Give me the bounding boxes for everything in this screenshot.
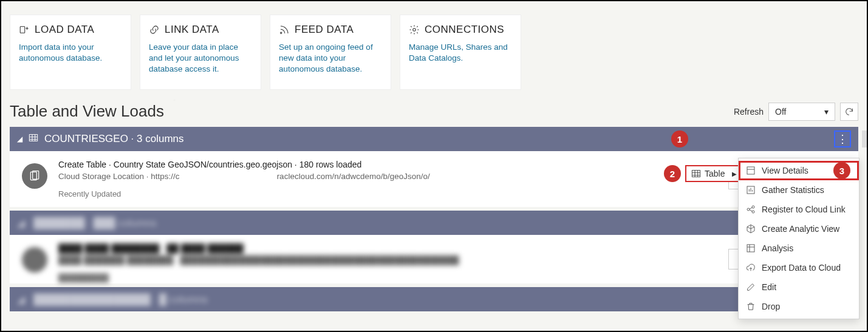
context-menu: View Details Gather Statistics Register … (738, 158, 859, 319)
connections-icon (409, 24, 420, 35)
load-bar-countriesgeo[interactable]: ◢ COUNTRIESGEO · 3 columns ⋮ ▲ (10, 127, 858, 151)
card-desc: Set up an ongoing feed of new data into … (279, 42, 382, 75)
callout-3: 3 (833, 162, 850, 179)
card-load-data[interactable]: LOAD DATA Import data into your autonomo… (10, 15, 131, 90)
load-type-icon (22, 163, 47, 189)
card-title: CONNECTIONS (425, 24, 504, 36)
section-header: Table and View Loads Refresh Off ▾ (1, 96, 867, 127)
ctx-drop[interactable]: Drop (739, 297, 859, 316)
ctx-gather-statistics[interactable]: Gather Statistics (739, 180, 859, 200)
details-icon (746, 166, 756, 175)
svg-point-1 (281, 32, 282, 33)
load-bar-blurred-2[interactable]: ◢ ████████████████ · █ columns ⋮ (10, 287, 858, 311)
card-title: LOAD DATA (35, 24, 94, 36)
chevron-right-icon: ▶ (732, 171, 737, 177)
ctx-analysis[interactable]: Analysis (739, 239, 859, 258)
action-cards-row: LOAD DATA Import data into your autonomo… (1, 1, 867, 96)
svg-rect-3 (29, 135, 37, 141)
table-grid-icon (691, 169, 701, 178)
svg-point-10 (752, 206, 754, 208)
svg-point-11 (752, 211, 754, 213)
edit-icon (746, 282, 756, 292)
card-desc: Manage URLs, Shares and Data Catalogs. (409, 42, 512, 64)
svg-rect-7 (747, 167, 754, 174)
callout-2: 2 (664, 165, 681, 182)
card-connections[interactable]: CONNECTIONS Manage URLs, Shares and Data… (400, 15, 521, 90)
svg-point-9 (747, 208, 750, 211)
table-grid-icon (29, 133, 38, 145)
ctx-register-cloud-link[interactable]: Register to Cloud Link (739, 200, 859, 219)
cloud-link-icon (746, 205, 756, 214)
collapse-icon: ◢ (17, 135, 22, 143)
actions-kebab-button[interactable]: ⋮ (834, 130, 851, 147)
card-link-data[interactable]: LINK DATA Leave your data in place and l… (140, 15, 261, 90)
analysis-icon (746, 243, 756, 253)
load-bar-blurred-1[interactable]: ◢ ███████ · ███ columns ⋮ (10, 211, 858, 235)
chevron-down-icon: ▾ (824, 107, 829, 117)
load-recency: Recently Updated (58, 189, 850, 198)
ctx-create-analytic-view[interactable]: Create Analytic View (739, 219, 859, 239)
svg-rect-12 (747, 245, 754, 252)
svg-rect-6 (692, 171, 700, 177)
load-body-blurred-1: ████ ████ ████████ · ██ ████ ██████ ████… (10, 235, 858, 283)
card-title: FEED DATA (295, 24, 354, 36)
callout-1: 1 (671, 130, 688, 147)
card-title: LINK DATA (165, 24, 219, 36)
refresh-icon (844, 107, 854, 117)
refresh-select[interactable]: Off ▾ (768, 103, 835, 121)
card-feed-data[interactable]: FEED DATA Set up an ongoing feed of new … (270, 15, 391, 90)
stats-icon (746, 185, 756, 195)
feed-data-icon (279, 24, 290, 35)
redacted-segment (180, 173, 277, 180)
card-desc: Leave your data in place and let your au… (149, 42, 252, 75)
cloud-export-icon (746, 263, 756, 273)
refresh-value: Off (775, 107, 786, 117)
load-bar-title: COUNTRIESGEO · 3 columns (44, 133, 828, 145)
scroll-up-button[interactable]: ▲ (862, 130, 868, 147)
refresh-now-button[interactable] (840, 103, 858, 121)
submenu-table[interactable]: Table ▶ (685, 165, 744, 182)
load-data-icon (19, 24, 30, 35)
svg-rect-0 (20, 27, 25, 33)
card-desc: Import data into your autonomous databas… (19, 42, 122, 64)
trash-icon (746, 302, 756, 311)
refresh-label: Refresh (734, 107, 764, 117)
svg-point-2 (413, 29, 416, 32)
loads-list: ◢ COUNTRIESGEO · 3 columns ⋮ ▲ Create Ta… (1, 127, 867, 311)
cube-icon (746, 224, 756, 234)
ctx-edit[interactable]: Edit (739, 277, 859, 297)
ctx-export-data-cloud[interactable]: Export Data to Cloud (739, 258, 859, 277)
section-title-text: Table and View Loads (10, 102, 164, 121)
link-data-icon (149, 24, 160, 35)
